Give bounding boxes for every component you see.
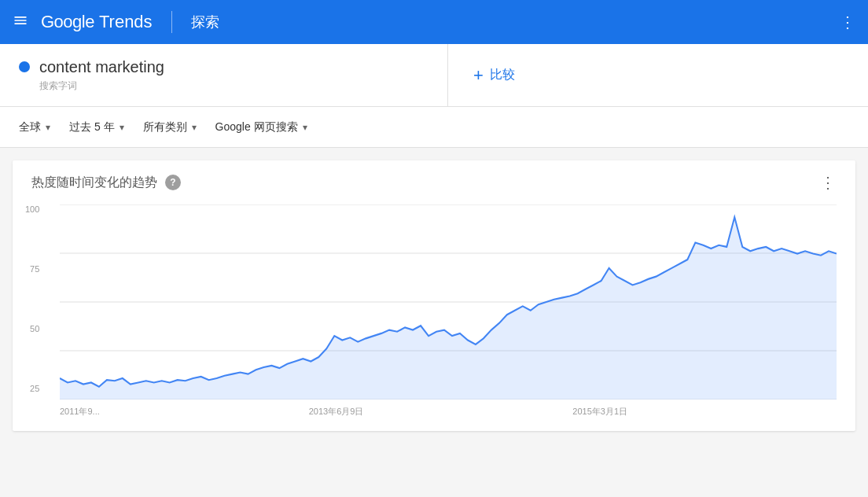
menu-icon[interactable] bbox=[13, 13, 28, 32]
chevron-down-icon: ▾ bbox=[120, 122, 124, 133]
search-label: 搜索字词 bbox=[39, 79, 428, 93]
search-dot bbox=[19, 61, 30, 72]
trend-chart-section: 热度随时间变化的趋势 ? ⋮ 100 75 50 25 2011年9... 20… bbox=[13, 160, 855, 431]
search-term-text[interactable]: content marketing bbox=[39, 58, 164, 76]
logo-trends-text: Trends bbox=[99, 12, 153, 32]
y-label-75: 75 bbox=[30, 264, 39, 274]
y-label-100: 100 bbox=[25, 204, 39, 214]
filter-bar: 全球 ▾ 过去 5 年 ▾ 所有类别 ▾ Google 网页搜索 ▾ bbox=[0, 107, 868, 148]
chart-title-row: 热度随时间变化的趋势 ? bbox=[31, 175, 181, 191]
filter-period[interactable]: 过去 5 年 ▾ bbox=[69, 120, 124, 134]
search-term-row: content marketing bbox=[19, 58, 428, 76]
trend-svg-chart bbox=[60, 204, 837, 399]
chevron-down-icon: ▾ bbox=[303, 122, 307, 133]
x-label-2015: 2015年3月1日 bbox=[572, 406, 627, 418]
chevron-down-icon: ▾ bbox=[46, 122, 50, 133]
compare-section: + 比较 bbox=[448, 44, 868, 106]
chart-header: 热度随时间变化的趋势 ? ⋮ bbox=[13, 173, 855, 204]
more-options-icon[interactable]: ⋮ bbox=[840, 13, 855, 31]
app-logo: Google Trends bbox=[41, 12, 153, 32]
chart-more-icon[interactable]: ⋮ bbox=[820, 173, 837, 192]
chevron-down-icon: ▾ bbox=[192, 122, 197, 133]
header-title: 探索 bbox=[191, 13, 219, 31]
x-label-2011: 2011年9... bbox=[60, 406, 100, 418]
filter-region[interactable]: 全球 ▾ bbox=[19, 120, 50, 134]
chart-x-axis: 2011年9... 2013年6月9日 2015年3月1日 bbox=[60, 403, 837, 418]
compare-plus-icon[interactable]: + bbox=[473, 65, 484, 86]
filter-source[interactable]: Google 网页搜索 ▾ bbox=[215, 120, 307, 134]
logo-google-text: Google bbox=[41, 12, 94, 32]
search-area: content marketing 搜索字词 + 比较 bbox=[0, 44, 868, 107]
compare-button[interactable]: 比较 bbox=[490, 67, 515, 83]
help-icon[interactable]: ? bbox=[165, 175, 181, 190]
chart-y-axis: 100 75 50 25 bbox=[25, 204, 39, 393]
app-header: Google Trends 探索 ⋮ bbox=[0, 0, 868, 44]
filter-period-label: 过去 5 年 bbox=[69, 120, 115, 134]
chart-title: 热度随时间变化的趋势 bbox=[31, 175, 157, 191]
y-label-25: 25 bbox=[30, 384, 39, 393]
filter-region-label: 全球 bbox=[19, 120, 41, 134]
x-label-2013: 2013年6月9日 bbox=[309, 406, 364, 418]
filter-category-label: 所有类别 bbox=[143, 120, 187, 134]
chart-container: 100 75 50 25 2011年9... 2013年6月9日 2015年3月… bbox=[13, 204, 855, 425]
y-label-50: 50 bbox=[30, 324, 39, 333]
filter-category[interactable]: 所有类别 ▾ bbox=[143, 120, 197, 134]
search-term-section: content marketing 搜索字词 bbox=[0, 44, 448, 106]
header-divider bbox=[171, 11, 172, 33]
filter-source-label: Google 网页搜索 bbox=[215, 120, 298, 134]
